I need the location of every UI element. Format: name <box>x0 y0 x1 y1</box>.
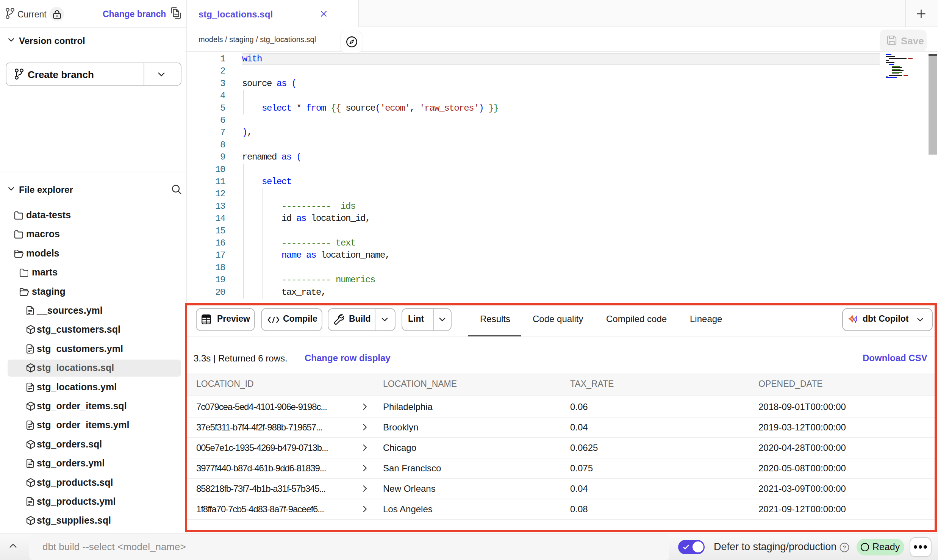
svg-text:?: ? <box>843 544 846 551</box>
